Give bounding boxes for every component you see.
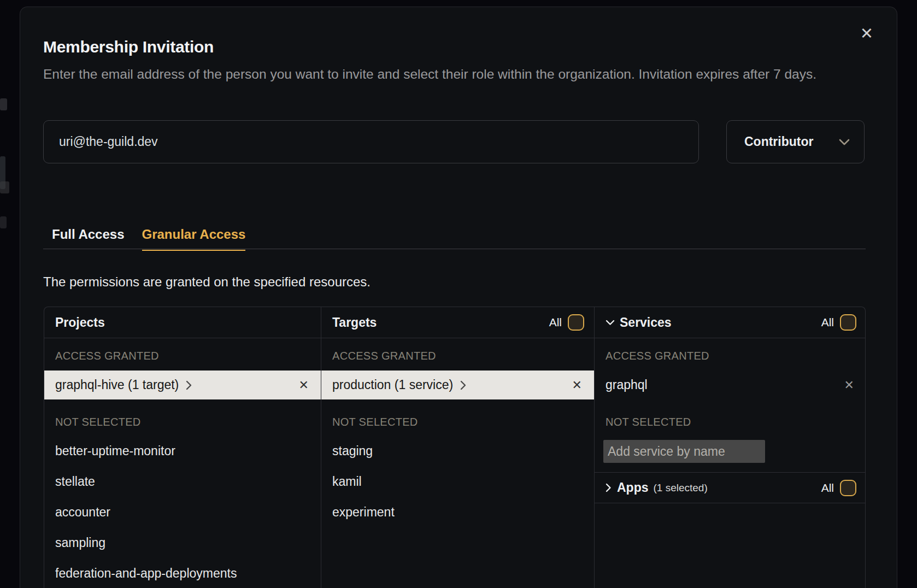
granted-target-row[interactable]: production (1 service) ✕ bbox=[321, 371, 594, 399]
targets-all-checkbox[interactable] bbox=[568, 314, 584, 331]
projects-list: better-uptime-monitor stellate accounter… bbox=[44, 436, 321, 588]
services-all-label: All bbox=[821, 316, 834, 329]
project-item[interactable]: accounter bbox=[44, 497, 321, 527]
target-item[interactable]: staging bbox=[321, 436, 594, 466]
chevron-right-icon bbox=[186, 380, 192, 390]
background-artifact bbox=[0, 181, 9, 193]
projects-header-label: Projects bbox=[55, 315, 105, 330]
not-selected-label: NOT SELECTED bbox=[55, 415, 310, 428]
projects-column-header: Projects bbox=[44, 307, 321, 338]
remove-service-icon[interactable]: ✕ bbox=[844, 378, 854, 392]
dialog-title: Membership Invitation bbox=[43, 38, 214, 56]
target-item[interactable]: kamil bbox=[321, 466, 594, 497]
tabs-divider bbox=[43, 249, 866, 249]
tab-full-access-label: Full Access bbox=[52, 227, 125, 242]
apps-row[interactable]: Apps (1 selected) All bbox=[595, 473, 866, 503]
granted-target-name: production (1 service) bbox=[332, 378, 453, 392]
targets-header-label: Targets bbox=[332, 315, 377, 330]
access-granted-label: ACCESS GRANTED bbox=[55, 349, 310, 362]
apps-all-group: All bbox=[821, 480, 856, 496]
not-selected-label: NOT SELECTED bbox=[606, 415, 855, 428]
targets-all-group: All bbox=[549, 314, 584, 331]
access-granted-label: ACCESS GRANTED bbox=[332, 349, 583, 362]
granted-service-row[interactable]: graphql ✕ bbox=[595, 371, 866, 399]
services-column: Services All ACCESS GRANTED graphql ✕ NO… bbox=[595, 307, 866, 588]
project-item[interactable]: sampling bbox=[44, 527, 321, 558]
chevron-right-icon bbox=[606, 483, 612, 492]
project-item[interactable]: stellate bbox=[44, 466, 321, 497]
target-item[interactable]: experiment bbox=[321, 497, 594, 527]
project-item[interactable]: federation-and-app-deployments bbox=[44, 558, 321, 588]
chevron-down-icon bbox=[606, 320, 615, 326]
background-artifact bbox=[0, 216, 7, 228]
apps-label: Apps bbox=[617, 480, 649, 495]
apps-all-checkbox[interactable] bbox=[840, 480, 856, 496]
permissions-note: The permissions are granted on the speci… bbox=[43, 274, 371, 290]
remove-project-icon[interactable]: ✕ bbox=[299, 378, 309, 392]
add-service-input[interactable] bbox=[603, 440, 765, 463]
tab-full-access[interactable]: Full Access bbox=[43, 227, 133, 251]
apps-all-label: All bbox=[821, 481, 834, 495]
email-input[interactable] bbox=[43, 120, 699, 163]
chevron-down-icon bbox=[839, 139, 850, 145]
role-select[interactable]: Contributor bbox=[726, 120, 865, 163]
services-column-header[interactable]: Services All bbox=[595, 307, 866, 338]
resources-panel: Projects ACCESS GRANTED graphql-hive (1 … bbox=[44, 307, 866, 588]
background-artifact bbox=[0, 98, 7, 110]
tab-granular-access[interactable]: Granular Access bbox=[133, 227, 255, 251]
membership-invitation-dialog: ✕ Membership Invitation Enter the email … bbox=[20, 7, 897, 588]
chevron-right-icon bbox=[460, 380, 466, 390]
targets-list: staging kamil experiment bbox=[321, 436, 594, 527]
targets-column-header: Targets All bbox=[321, 307, 594, 338]
targets-all-label: All bbox=[549, 316, 562, 329]
project-item[interactable]: better-uptime-monitor bbox=[44, 436, 321, 466]
access-tabs: Full Access Granular Access bbox=[43, 227, 254, 251]
projects-column: Projects ACCESS GRANTED graphql-hive (1 … bbox=[44, 307, 321, 588]
tab-underline bbox=[142, 250, 246, 251]
tab-underline bbox=[52, 250, 125, 251]
apps-count: (1 selected) bbox=[654, 482, 708, 494]
granted-service-name: graphql bbox=[606, 378, 648, 392]
dialog-description: Enter the email address of the person yo… bbox=[43, 64, 860, 85]
close-icon[interactable]: ✕ bbox=[857, 23, 877, 43]
services-all-checkbox[interactable] bbox=[840, 314, 856, 331]
not-selected-label: NOT SELECTED bbox=[332, 415, 583, 428]
services-header-label: Services bbox=[620, 315, 672, 330]
remove-target-icon[interactable]: ✕ bbox=[572, 378, 582, 392]
role-select-value: Contributor bbox=[744, 134, 813, 149]
targets-column: Targets All ACCESS GRANTED production (1… bbox=[321, 307, 595, 588]
access-granted-label: ACCESS GRANTED bbox=[606, 349, 855, 362]
granted-project-row[interactable]: graphql-hive (1 target) ✕ bbox=[44, 371, 321, 399]
tab-granular-access-label: Granular Access bbox=[142, 227, 246, 242]
services-all-group: All bbox=[821, 314, 856, 331]
granted-project-name: graphql-hive (1 target) bbox=[55, 378, 179, 392]
